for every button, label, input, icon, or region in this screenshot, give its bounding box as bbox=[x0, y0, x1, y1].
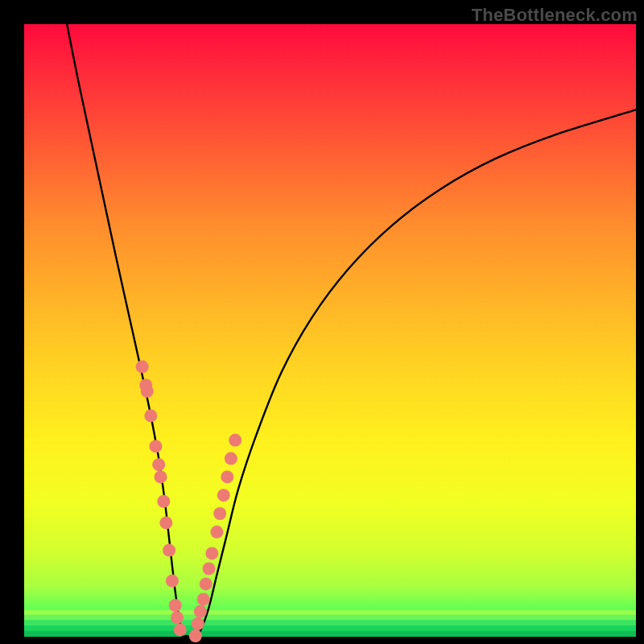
data-dot bbox=[136, 361, 149, 374]
data-dot bbox=[166, 575, 179, 588]
data-dot bbox=[229, 434, 242, 447]
data-dot bbox=[169, 599, 182, 612]
data-dot bbox=[200, 577, 213, 590]
green-stripe bbox=[24, 631, 636, 637]
data-dot bbox=[225, 452, 237, 465]
data-dot bbox=[144, 409, 157, 422]
data-dot bbox=[157, 495, 170, 508]
data-dot bbox=[189, 630, 202, 642]
green-stripe bbox=[24, 620, 636, 625]
green-stripe bbox=[24, 610, 636, 615]
data-dot bbox=[213, 507, 226, 520]
data-dot bbox=[217, 489, 230, 502]
data-dot bbox=[154, 470, 167, 483]
plot-area bbox=[24, 24, 636, 636]
data-dot bbox=[192, 617, 204, 630]
data-dot bbox=[203, 562, 216, 575]
outer-frame: TheBottleneck.com bbox=[0, 0, 644, 644]
watermark-label: TheBottleneck.com bbox=[472, 5, 638, 26]
data-dot bbox=[152, 458, 165, 471]
green-stripe bbox=[24, 625, 636, 632]
data-dot bbox=[149, 440, 162, 452]
data-dot bbox=[221, 470, 233, 483]
data-dot bbox=[163, 544, 175, 557]
data-dot bbox=[197, 592, 210, 605]
data-dot bbox=[141, 385, 154, 398]
stripe-group bbox=[24, 610, 636, 637]
data-dot bbox=[159, 516, 172, 529]
dots-left bbox=[136, 361, 187, 637]
green-stripe bbox=[24, 615, 636, 620]
bottleneck-curve bbox=[67, 24, 636, 638]
data-dot bbox=[205, 547, 218, 559]
data-dot bbox=[194, 605, 207, 618]
data-dot bbox=[174, 623, 187, 636]
data-dot bbox=[210, 526, 223, 539]
chart-svg bbox=[24, 24, 636, 636]
data-dot bbox=[171, 611, 184, 624]
